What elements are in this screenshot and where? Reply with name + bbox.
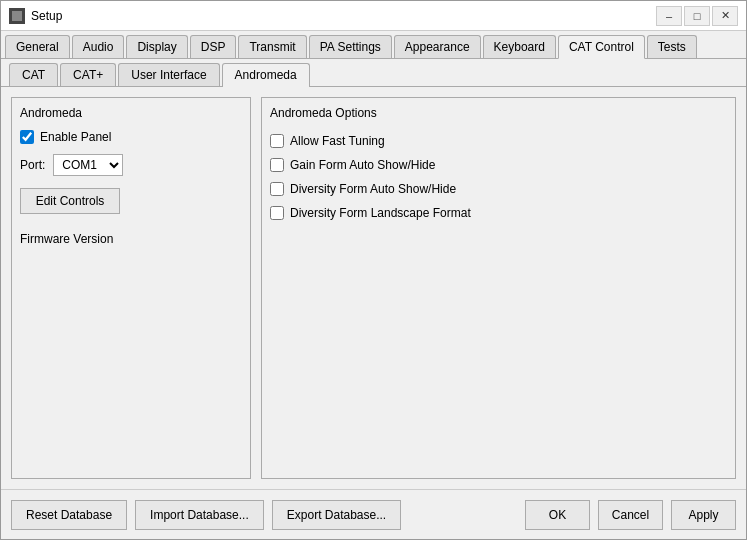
sub-tab-bar: CAT CAT+ User Interface Andromeda xyxy=(1,59,746,87)
tab-display[interactable]: Display xyxy=(126,35,187,58)
sub-tab-andromeda[interactable]: Andromeda xyxy=(222,63,310,87)
tab-general[interactable]: General xyxy=(5,35,70,58)
port-select[interactable]: COM1 COM2 COM3 COM4 xyxy=(53,154,123,176)
enable-panel-label: Enable Panel xyxy=(40,130,111,144)
export-database-button[interactable]: Export Database... xyxy=(272,500,401,530)
tab-appearance[interactable]: Appearance xyxy=(394,35,481,58)
tab-cat-control[interactable]: CAT Control xyxy=(558,35,645,59)
port-row: Port: COM1 COM2 COM3 COM4 xyxy=(20,154,242,176)
reset-database-button[interactable]: Reset Database xyxy=(11,500,127,530)
right-panel-title: Andromeda Options xyxy=(270,106,727,120)
svg-rect-0 xyxy=(12,11,22,21)
diversity-form-label: Diversity Form Auto Show/Hide xyxy=(290,182,456,196)
allow-fast-tuning-label: Allow Fast Tuning xyxy=(290,134,385,148)
main-tab-bar: General Audio Display DSP Transmit PA Se… xyxy=(1,31,746,59)
window-title: Setup xyxy=(31,9,656,23)
cancel-button[interactable]: Cancel xyxy=(598,500,663,530)
app-icon xyxy=(9,8,25,24)
content-area: Andromeda Enable Panel Port: COM1 COM2 C… xyxy=(1,87,746,489)
setup-window: Setup – □ ✕ General Audio Display DSP Tr… xyxy=(0,0,747,540)
close-button[interactable]: ✕ xyxy=(712,6,738,26)
allow-fast-tuning-checkbox[interactable] xyxy=(270,134,284,148)
minimize-button[interactable]: – xyxy=(656,6,682,26)
sub-tab-cat[interactable]: CAT xyxy=(9,63,58,86)
gain-form-label: Gain Form Auto Show/Hide xyxy=(290,158,435,172)
left-panel: Andromeda Enable Panel Port: COM1 COM2 C… xyxy=(11,97,251,479)
option-diversity-form-row: Diversity Form Auto Show/Hide xyxy=(270,182,727,196)
firmware-label: Firmware Version xyxy=(20,232,242,246)
enable-panel-checkbox[interactable] xyxy=(20,130,34,144)
ok-button[interactable]: OK xyxy=(525,500,590,530)
tab-dsp[interactable]: DSP xyxy=(190,35,237,58)
import-database-button[interactable]: Import Database... xyxy=(135,500,264,530)
diversity-landscape-label: Diversity Form Landscape Format xyxy=(290,206,471,220)
diversity-form-checkbox[interactable] xyxy=(270,182,284,196)
options-group: Allow Fast Tuning Gain Form Auto Show/Hi… xyxy=(270,134,727,220)
port-label: Port: xyxy=(20,158,45,172)
bottom-bar: Reset Database Import Database... Export… xyxy=(1,489,746,539)
diversity-landscape-checkbox[interactable] xyxy=(270,206,284,220)
option-diversity-landscape-row: Diversity Form Landscape Format xyxy=(270,206,727,220)
tab-transmit[interactable]: Transmit xyxy=(238,35,306,58)
titlebar: Setup – □ ✕ xyxy=(1,1,746,31)
left-panel-title: Andromeda xyxy=(20,106,242,120)
sub-tab-cat-plus[interactable]: CAT+ xyxy=(60,63,116,86)
tab-keyboard[interactable]: Keyboard xyxy=(483,35,556,58)
tab-audio[interactable]: Audio xyxy=(72,35,125,58)
tab-pa-settings[interactable]: PA Settings xyxy=(309,35,392,58)
edit-controls-button[interactable]: Edit Controls xyxy=(20,188,120,214)
sub-tab-user-interface[interactable]: User Interface xyxy=(118,63,219,86)
window-controls: – □ ✕ xyxy=(656,6,738,26)
tab-tests[interactable]: Tests xyxy=(647,35,697,58)
apply-button[interactable]: Apply xyxy=(671,500,736,530)
option-gain-form-row: Gain Form Auto Show/Hide xyxy=(270,158,727,172)
maximize-button[interactable]: □ xyxy=(684,6,710,26)
gain-form-checkbox[interactable] xyxy=(270,158,284,172)
option-allow-fast-tuning-row: Allow Fast Tuning xyxy=(270,134,727,148)
right-panel: Andromeda Options Allow Fast Tuning Gain… xyxy=(261,97,736,479)
enable-panel-row: Enable Panel xyxy=(20,130,242,144)
